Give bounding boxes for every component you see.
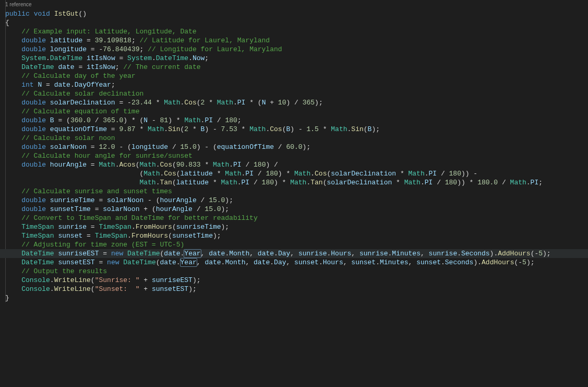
token-k: new xyxy=(107,259,119,266)
code-line[interactable]: double solarDeclination = -23.44 * Math.… xyxy=(4,98,588,107)
token-m: FromHours xyxy=(131,232,168,240)
code-line[interactable]: // Adjusting for time zone (EST = UTC-5) xyxy=(4,240,588,249)
code-line[interactable]: Math.Tan(latitude * Math.PI / 180) * Mat… xyxy=(4,178,588,187)
token-v: PI xyxy=(425,179,433,186)
codelens-references[interactable]: 1 reference xyxy=(4,0,588,9)
token-p: () xyxy=(78,10,87,18)
code-line[interactable]: // Calculate day of the year xyxy=(4,72,588,80)
token-t: Math xyxy=(290,179,306,186)
token-n: 15.0 xyxy=(205,205,221,213)
token-p: . xyxy=(188,54,193,62)
token-p: } xyxy=(5,294,9,302)
token-m: IstGut xyxy=(54,10,79,18)
code-line[interactable]: // Calculate solar declination xyxy=(4,89,588,98)
token-p xyxy=(46,45,50,53)
code-line[interactable]: DateTime sunsetEST = new DateTime(date.Y… xyxy=(4,258,588,267)
token-v: Hours xyxy=(331,250,351,257)
token-v: date xyxy=(205,259,221,266)
token-p: ); xyxy=(193,276,201,284)
code-line[interactable]: double hourAngle = Math.Acos(Math.Cos(90… xyxy=(4,160,588,169)
token-p: )) - xyxy=(461,170,477,178)
token-v: sunrise xyxy=(359,250,388,257)
token-p xyxy=(46,116,50,124)
token-v: date xyxy=(58,63,74,71)
token-p: = xyxy=(107,125,119,133)
token-t: Console xyxy=(21,276,50,284)
token-v: date xyxy=(164,250,180,257)
code-line[interactable]: double latitude = 39.109818; // Latitude… xyxy=(4,36,588,45)
code-line[interactable]: // Calculate sunrise and sunset times xyxy=(4,187,588,196)
token-t: Math xyxy=(164,99,180,107)
code-line[interactable]: // Calculate equation of time xyxy=(4,107,588,116)
token-v: longitude xyxy=(131,143,168,151)
token-v: Minutes xyxy=(392,250,421,257)
code-line[interactable]: // Convert to TimeSpan and DateTime for … xyxy=(4,214,588,222)
code-line[interactable]: Console.WriteLine("Sunrise: " + sunriseE… xyxy=(4,276,588,285)
code-line[interactable]: int N = date.DayOfYear; xyxy=(4,80,588,89)
code-line[interactable]: DateTime sunriseEST = new DateTime(date.… xyxy=(4,249,588,258)
code-line[interactable]: Console.WriteLine("Sunset: " + sunsetEST… xyxy=(4,285,588,294)
token-p xyxy=(5,161,21,169)
code-line[interactable]: DateTime date = itIsNow; // The current … xyxy=(4,63,588,72)
code-line[interactable]: double B = (360.0 / 365.0) * (N - 81) * … xyxy=(4,116,588,125)
token-p: = ( xyxy=(54,116,70,124)
code-line[interactable]: TimeSpan sunrise = TimeSpan.FromHours(su… xyxy=(4,222,588,231)
code-body[interactable]: public void IstGut() { // Example input:… xyxy=(4,9,588,302)
code-line[interactable]: { xyxy=(4,18,588,27)
code-line[interactable]: TimeSpan sunset = TimeSpan.FromHours(sun… xyxy=(4,231,588,240)
code-line[interactable]: // Output the results xyxy=(4,267,588,276)
code-editor[interactable]: 1 reference public void IstGut() { // Ex… xyxy=(0,0,588,302)
token-p xyxy=(50,10,54,18)
token-p: * xyxy=(205,99,217,107)
code-line[interactable]: // Calculate hour angle for sunrise/suns… xyxy=(4,151,588,160)
token-p xyxy=(5,45,21,53)
token-p xyxy=(5,90,21,98)
code-line[interactable]: double longitude = -76.840439; // Longit… xyxy=(4,45,588,54)
token-v: Month xyxy=(225,259,245,266)
code-line[interactable]: } xyxy=(4,294,588,302)
token-v: sunrise xyxy=(298,250,327,257)
token-p: * xyxy=(152,99,164,107)
token-p: = xyxy=(42,81,54,89)
token-p: ; xyxy=(140,45,148,53)
token-p: . xyxy=(156,161,160,169)
code-line[interactable]: public void IstGut() xyxy=(4,9,588,18)
token-v: PI xyxy=(237,99,246,107)
token-v: sunsetTime xyxy=(172,232,213,240)
token-p xyxy=(46,143,50,151)
token-k: void xyxy=(34,10,50,18)
token-k: double xyxy=(21,196,46,204)
token-p xyxy=(46,161,50,169)
token-p: / xyxy=(91,116,103,124)
token-c: // Example input: Latitude, Longitude, D… xyxy=(21,28,196,36)
token-p: / xyxy=(242,161,254,169)
token-t: Math xyxy=(99,161,115,169)
token-n: 10 xyxy=(278,99,286,107)
token-p: , xyxy=(197,259,205,266)
code-line[interactable]: double equationOfTime = 9.87 * Math.Sin(… xyxy=(4,125,588,134)
token-p: , xyxy=(245,259,254,266)
code-line[interactable]: double sunsetTime = solarNoon + (hourAng… xyxy=(4,205,588,214)
code-line[interactable]: (Math.Cos(latitude * Math.PI / 180) * Ma… xyxy=(4,169,588,178)
token-v: latitude xyxy=(50,37,82,44)
token-p: = xyxy=(99,250,111,257)
code-line[interactable]: double sunriseTime = solarNoon - (hourAn… xyxy=(4,196,588,205)
token-p: ); xyxy=(213,232,221,240)
token-p: - ( xyxy=(143,196,160,204)
token-p: . xyxy=(270,259,274,266)
code-line[interactable]: // Example input: Latitude, Longitude, D… xyxy=(4,27,588,36)
token-t: System xyxy=(127,54,152,62)
token-t: DateTime xyxy=(123,259,155,266)
token-p: = xyxy=(115,54,127,62)
token-t: DateTime xyxy=(127,250,160,257)
token-p: . xyxy=(50,276,54,284)
token-n: 15.0 xyxy=(181,143,197,151)
token-p xyxy=(5,259,21,266)
token-p: / xyxy=(168,143,180,151)
code-line[interactable]: // Calculate solar noon xyxy=(4,134,588,143)
token-t: System xyxy=(21,54,46,62)
token-v: sunset xyxy=(416,259,441,266)
code-line[interactable]: double solarNoon = 12.0 - (longitude / 1… xyxy=(4,143,588,151)
token-n: 180 xyxy=(225,116,237,124)
code-line[interactable]: System.DateTime itIsNow = System.DateTim… xyxy=(4,54,588,63)
